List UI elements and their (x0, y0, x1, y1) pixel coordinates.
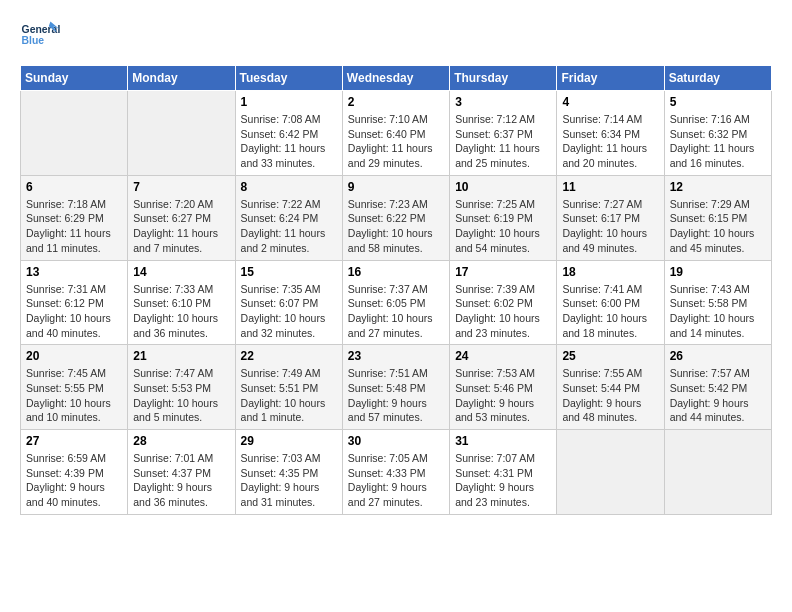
day-number: 10 (455, 180, 551, 194)
logo-icon: General Blue (20, 15, 60, 55)
day-number: 18 (562, 265, 658, 279)
day-cell: 26Sunrise: 7:57 AM Sunset: 5:42 PM Dayli… (664, 345, 771, 430)
day-cell: 23Sunrise: 7:51 AM Sunset: 5:48 PM Dayli… (342, 345, 449, 430)
day-info: Sunrise: 7:33 AM Sunset: 6:10 PM Dayligh… (133, 282, 229, 341)
day-number: 4 (562, 95, 658, 109)
day-info: Sunrise: 7:14 AM Sunset: 6:34 PM Dayligh… (562, 112, 658, 171)
day-number: 8 (241, 180, 337, 194)
day-info: Sunrise: 6:59 AM Sunset: 4:39 PM Dayligh… (26, 451, 122, 510)
logo: General Blue (20, 15, 60, 55)
week-row-1: 1Sunrise: 7:08 AM Sunset: 6:42 PM Daylig… (21, 91, 772, 176)
week-row-3: 13Sunrise: 7:31 AM Sunset: 6:12 PM Dayli… (21, 260, 772, 345)
day-info: Sunrise: 7:18 AM Sunset: 6:29 PM Dayligh… (26, 197, 122, 256)
day-number: 14 (133, 265, 229, 279)
day-info: Sunrise: 7:25 AM Sunset: 6:19 PM Dayligh… (455, 197, 551, 256)
day-info: Sunrise: 7:23 AM Sunset: 6:22 PM Dayligh… (348, 197, 444, 256)
day-number: 28 (133, 434, 229, 448)
day-info: Sunrise: 7:29 AM Sunset: 6:15 PM Dayligh… (670, 197, 766, 256)
day-info: Sunrise: 7:20 AM Sunset: 6:27 PM Dayligh… (133, 197, 229, 256)
day-info: Sunrise: 7:31 AM Sunset: 6:12 PM Dayligh… (26, 282, 122, 341)
day-cell: 9Sunrise: 7:23 AM Sunset: 6:22 PM Daylig… (342, 175, 449, 260)
day-number: 31 (455, 434, 551, 448)
weekday-header-wednesday: Wednesday (342, 66, 449, 91)
day-info: Sunrise: 7:55 AM Sunset: 5:44 PM Dayligh… (562, 366, 658, 425)
day-cell: 12Sunrise: 7:29 AM Sunset: 6:15 PM Dayli… (664, 175, 771, 260)
day-cell: 4Sunrise: 7:14 AM Sunset: 6:34 PM Daylig… (557, 91, 664, 176)
day-info: Sunrise: 7:22 AM Sunset: 6:24 PM Dayligh… (241, 197, 337, 256)
day-number: 29 (241, 434, 337, 448)
day-info: Sunrise: 7:27 AM Sunset: 6:17 PM Dayligh… (562, 197, 658, 256)
day-number: 12 (670, 180, 766, 194)
day-number: 1 (241, 95, 337, 109)
day-cell: 8Sunrise: 7:22 AM Sunset: 6:24 PM Daylig… (235, 175, 342, 260)
week-row-4: 20Sunrise: 7:45 AM Sunset: 5:55 PM Dayli… (21, 345, 772, 430)
day-number: 6 (26, 180, 122, 194)
weekday-header-sunday: Sunday (21, 66, 128, 91)
weekday-header-friday: Friday (557, 66, 664, 91)
day-cell: 3Sunrise: 7:12 AM Sunset: 6:37 PM Daylig… (450, 91, 557, 176)
day-info: Sunrise: 7:49 AM Sunset: 5:51 PM Dayligh… (241, 366, 337, 425)
day-info: Sunrise: 7:08 AM Sunset: 6:42 PM Dayligh… (241, 112, 337, 171)
week-row-5: 27Sunrise: 6:59 AM Sunset: 4:39 PM Dayli… (21, 430, 772, 515)
day-cell (21, 91, 128, 176)
day-cell: 14Sunrise: 7:33 AM Sunset: 6:10 PM Dayli… (128, 260, 235, 345)
day-cell: 1Sunrise: 7:08 AM Sunset: 6:42 PM Daylig… (235, 91, 342, 176)
day-info: Sunrise: 7:43 AM Sunset: 5:58 PM Dayligh… (670, 282, 766, 341)
day-number: 5 (670, 95, 766, 109)
day-info: Sunrise: 7:10 AM Sunset: 6:40 PM Dayligh… (348, 112, 444, 171)
weekday-header-row: SundayMondayTuesdayWednesdayThursdayFrid… (21, 66, 772, 91)
day-cell: 19Sunrise: 7:43 AM Sunset: 5:58 PM Dayli… (664, 260, 771, 345)
calendar-table: SundayMondayTuesdayWednesdayThursdayFrid… (20, 65, 772, 515)
day-number: 22 (241, 349, 337, 363)
day-info: Sunrise: 7:41 AM Sunset: 6:00 PM Dayligh… (562, 282, 658, 341)
day-cell: 27Sunrise: 6:59 AM Sunset: 4:39 PM Dayli… (21, 430, 128, 515)
day-number: 27 (26, 434, 122, 448)
day-number: 24 (455, 349, 551, 363)
day-info: Sunrise: 7:37 AM Sunset: 6:05 PM Dayligh… (348, 282, 444, 341)
day-cell: 5Sunrise: 7:16 AM Sunset: 6:32 PM Daylig… (664, 91, 771, 176)
weekday-header-thursday: Thursday (450, 66, 557, 91)
day-cell: 21Sunrise: 7:47 AM Sunset: 5:53 PM Dayli… (128, 345, 235, 430)
day-cell: 22Sunrise: 7:49 AM Sunset: 5:51 PM Dayli… (235, 345, 342, 430)
week-row-2: 6Sunrise: 7:18 AM Sunset: 6:29 PM Daylig… (21, 175, 772, 260)
day-info: Sunrise: 7:16 AM Sunset: 6:32 PM Dayligh… (670, 112, 766, 171)
day-number: 2 (348, 95, 444, 109)
day-cell: 10Sunrise: 7:25 AM Sunset: 6:19 PM Dayli… (450, 175, 557, 260)
day-number: 30 (348, 434, 444, 448)
day-number: 17 (455, 265, 551, 279)
day-cell: 18Sunrise: 7:41 AM Sunset: 6:00 PM Dayli… (557, 260, 664, 345)
day-number: 23 (348, 349, 444, 363)
day-cell: 30Sunrise: 7:05 AM Sunset: 4:33 PM Dayli… (342, 430, 449, 515)
weekday-header-tuesday: Tuesday (235, 66, 342, 91)
day-cell: 13Sunrise: 7:31 AM Sunset: 6:12 PM Dayli… (21, 260, 128, 345)
day-info: Sunrise: 7:07 AM Sunset: 4:31 PM Dayligh… (455, 451, 551, 510)
weekday-header-saturday: Saturday (664, 66, 771, 91)
day-info: Sunrise: 7:45 AM Sunset: 5:55 PM Dayligh… (26, 366, 122, 425)
day-info: Sunrise: 7:39 AM Sunset: 6:02 PM Dayligh… (455, 282, 551, 341)
day-info: Sunrise: 7:05 AM Sunset: 4:33 PM Dayligh… (348, 451, 444, 510)
day-cell: 31Sunrise: 7:07 AM Sunset: 4:31 PM Dayli… (450, 430, 557, 515)
day-number: 13 (26, 265, 122, 279)
weekday-header-monday: Monday (128, 66, 235, 91)
day-cell: 15Sunrise: 7:35 AM Sunset: 6:07 PM Dayli… (235, 260, 342, 345)
day-cell (664, 430, 771, 515)
day-number: 9 (348, 180, 444, 194)
day-cell: 11Sunrise: 7:27 AM Sunset: 6:17 PM Dayli… (557, 175, 664, 260)
day-number: 3 (455, 95, 551, 109)
day-number: 16 (348, 265, 444, 279)
day-number: 21 (133, 349, 229, 363)
day-number: 15 (241, 265, 337, 279)
day-info: Sunrise: 7:35 AM Sunset: 6:07 PM Dayligh… (241, 282, 337, 341)
day-info: Sunrise: 7:03 AM Sunset: 4:35 PM Dayligh… (241, 451, 337, 510)
day-cell: 16Sunrise: 7:37 AM Sunset: 6:05 PM Dayli… (342, 260, 449, 345)
day-number: 11 (562, 180, 658, 194)
day-info: Sunrise: 7:47 AM Sunset: 5:53 PM Dayligh… (133, 366, 229, 425)
day-info: Sunrise: 7:53 AM Sunset: 5:46 PM Dayligh… (455, 366, 551, 425)
day-number: 7 (133, 180, 229, 194)
day-cell: 20Sunrise: 7:45 AM Sunset: 5:55 PM Dayli… (21, 345, 128, 430)
day-info: Sunrise: 7:51 AM Sunset: 5:48 PM Dayligh… (348, 366, 444, 425)
day-number: 20 (26, 349, 122, 363)
day-cell: 17Sunrise: 7:39 AM Sunset: 6:02 PM Dayli… (450, 260, 557, 345)
day-cell: 2Sunrise: 7:10 AM Sunset: 6:40 PM Daylig… (342, 91, 449, 176)
day-cell (557, 430, 664, 515)
